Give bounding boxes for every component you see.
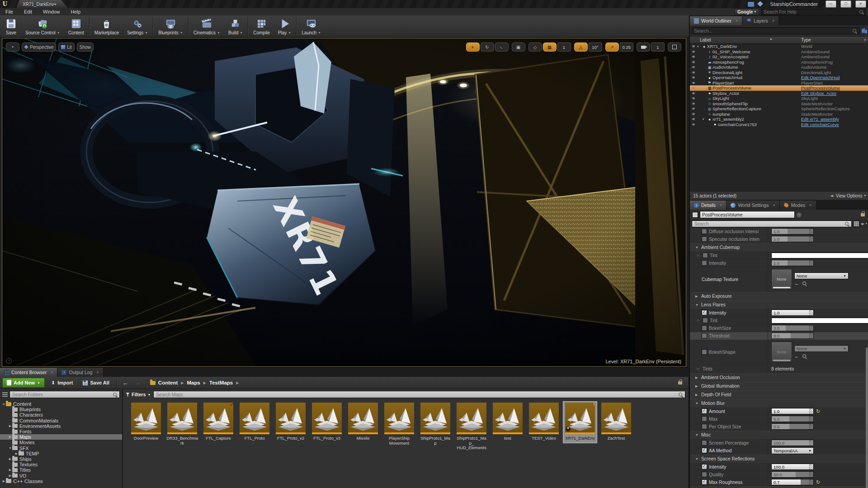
save-button[interactable]: Save <box>1 15 21 37</box>
close-icon[interactable]: × <box>809 203 811 207</box>
section-expander-icon[interactable]: ▼ <box>695 402 699 405</box>
details-row[interactable]: Screen Percentage 100.0 <box>690 439 868 447</box>
outliner-row[interactable]: ◉ ● OpenHatchHud Edit OpenHatchHud <box>690 75 868 80</box>
numeric-field[interactable]: 1.0 <box>771 310 814 316</box>
outliner-row[interactable]: ◉ ♪ 01_SHIP_Welcome AmbientSound <box>690 49 868 55</box>
details-row[interactable]: ▶ Ambient Occlusion <box>690 373 868 382</box>
expander-icon[interactable]: ▶ <box>2 479 6 483</box>
property-matrix-icon[interactable] <box>853 221 859 227</box>
outliner-row[interactable]: ◉ ▾ ● xr71_assembly2 Edit xr71_assembly <box>690 117 868 122</box>
launch-button[interactable]: Launch▼ <box>297 15 325 37</box>
numeric-field[interactable]: 1.0 <box>771 228 814 235</box>
search-engine-button[interactable]: Google ▾ <box>734 9 759 15</box>
close-icon[interactable]: × <box>736 19 738 23</box>
folder-tree-item-ships[interactable]: ▶ Ships <box>0 456 122 462</box>
build-button[interactable]: Build▼ <box>224 15 247 37</box>
details-row[interactable]: ▼ Motion Blur <box>690 399 868 408</box>
details-search-input[interactable] <box>692 221 852 227</box>
camera-speed-value[interactable]: 1 <box>651 42 665 52</box>
folder-tree-item-environmentassets[interactable]: ▶ EnvironmentAssets <box>0 423 122 429</box>
numeric-field[interactable]: 3.0 <box>771 325 814 331</box>
numeric-field[interactable]: 1.0 <box>771 408 814 414</box>
outliner-row[interactable]: ◉ ● comchairCurve1753 Edit comchairCurve <box>690 122 868 127</box>
override-checkbox[interactable] <box>702 325 707 331</box>
level-tab[interactable]: XR71_DarkEnv+ <box>16 0 68 8</box>
folder-tree-item-blueprints[interactable]: Blueprints <box>0 407 122 412</box>
marketplace-button[interactable]: Marketplace <box>90 15 123 37</box>
override-checkbox[interactable] <box>702 424 707 429</box>
details-row[interactable]: AA Method TemporalAA▼ <box>690 447 868 455</box>
lit-mode-button[interactable]: Lit <box>58 42 75 52</box>
filters-button[interactable]: Filters ▼ <box>126 392 151 397</box>
override-checkbox[interactable] <box>702 448 707 453</box>
forward-button[interactable]: → <box>133 380 142 386</box>
scale-snap-button[interactable]: ↗ <box>605 42 619 52</box>
expander-icon[interactable]: ▾ <box>703 117 707 121</box>
details-row[interactable]: Per Object Size 0.5 <box>690 423 868 431</box>
dropdown-select[interactable]: TemporalAA▼ <box>771 447 814 454</box>
asset-tile-ftl-proto[interactable]: ✓ ! * FTL_Proto <box>238 402 271 443</box>
scale-snap-value[interactable]: 0.25 <box>620 42 634 52</box>
rotation-snap-value[interactable]: 10° <box>589 42 602 52</box>
import-button[interactable]: ⬇ Import <box>47 378 76 387</box>
details-row[interactable]: Cubemap Texture NoneNone▼← <box>690 267 868 292</box>
override-checkbox[interactable] <box>702 479 707 485</box>
details-row[interactable]: ▷ Tint <box>690 317 868 324</box>
search-folders-input[interactable] <box>9 391 120 398</box>
asset-tile-ftl-proto-v3[interactable]: ✓ ! * FTL_Proto_v3 <box>310 402 344 443</box>
folder-tree-item-c-classes[interactable]: ▶ C++ Classes <box>0 479 122 484</box>
visibility-eye-icon[interactable]: ◉ <box>690 76 697 79</box>
folder-tree-item-fonts[interactable]: Fonts <box>0 429 122 434</box>
asset-tile-zachtest[interactable]: ✓ ! * ZachTest <box>599 402 633 443</box>
close-icon[interactable]: × <box>720 203 722 207</box>
outliner-row[interactable]: ◉ ▣ AudioVolume AudioVolume <box>690 65 868 70</box>
details-row[interactable]: ▶ Auto Exposure <box>690 292 868 300</box>
blueprints-button[interactable]: Blueprints▼ <box>154 15 187 37</box>
expander-icon[interactable]: ▼ <box>8 446 12 450</box>
visibility-eye-icon[interactable]: ◉ <box>690 81 697 84</box>
surface-snap-button[interactable]: ◇ <box>528 42 542 52</box>
details-row[interactable]: Intensity 1.0 <box>690 309 868 317</box>
numeric-field[interactable]: 50.0 <box>771 471 814 478</box>
use-selected-icon[interactable]: ← <box>794 281 799 286</box>
outliner-row[interactable]: ◉ ☼ SkyLight SkyLight <box>690 96 868 101</box>
section-expander-icon[interactable]: ▶ <box>695 376 699 380</box>
tab-details[interactable]: i Details× <box>690 201 726 210</box>
menu-item-help[interactable]: Help <box>65 8 86 15</box>
settings-button[interactable]: Settings▼ <box>123 15 152 37</box>
content-button[interactable]: Content <box>64 15 88 37</box>
rotation-snap-button[interactable]: △ <box>574 42 588 52</box>
close-icon[interactable]: × <box>772 19 774 23</box>
expander-icon[interactable]: ▶ <box>8 457 12 461</box>
numeric-field[interactable]: 100.0 <box>771 440 814 446</box>
use-selected-icon[interactable]: ← <box>794 353 799 359</box>
expander-icon[interactable]: ▶ <box>8 424 12 428</box>
outliner-row[interactable]: ◉ ● Skybox_Actor Edit Skybox_Actor <box>690 91 868 96</box>
viewport-3d-scene[interactable]: XR71 <box>2 38 685 366</box>
folder-tree-item-maps[interactable]: ▶ Maps <box>0 434 122 440</box>
sources-toggle-icon[interactable] <box>2 392 8 397</box>
details-row[interactable]: Specular occlusion inten 1.0 <box>690 235 868 243</box>
viewport-options-button[interactable]: ▾ <box>6 42 19 52</box>
folder-tree-item-characters[interactable]: Characters <box>0 412 122 418</box>
outliner-row[interactable]: ◉ ♪ 02_VoiceAccepted AmbientSound <box>690 54 868 60</box>
outliner-column-header[interactable]: Label ▲ Type ▼ <box>690 36 868 44</box>
numeric-field[interactable]: 0.5 <box>771 423 814 430</box>
override-checkbox[interactable] <box>702 464 707 469</box>
asset-tile-doorpreview[interactable]: ✓ ! * DoorPreview <box>129 402 163 443</box>
visibility-eye-icon[interactable]: ◉ <box>690 56 697 58</box>
folder-tree-item-textures[interactable]: Textures <box>0 462 122 467</box>
menu-item-file[interactable]: File <box>0 8 19 15</box>
scale-tool-button[interactable]: ↔ <box>495 42 509 52</box>
menu-item-window[interactable]: Window <box>38 8 65 15</box>
close-icon[interactable]: × <box>96 370 99 375</box>
override-checkbox[interactable] <box>702 349 707 355</box>
label-column-header[interactable]: Label <box>690 38 711 42</box>
lock-icon[interactable] <box>861 213 865 216</box>
section-expander-icon[interactable]: ▶ <box>695 393 699 397</box>
override-checkbox[interactable] <box>703 253 708 258</box>
expander-icon[interactable]: ▶ <box>8 468 12 472</box>
type-filter-icon[interactable]: ▼ <box>863 38 867 42</box>
expander-icon[interactable]: ▾ <box>697 45 701 48</box>
details-row[interactable]: Threshold 8.0 <box>690 332 868 340</box>
